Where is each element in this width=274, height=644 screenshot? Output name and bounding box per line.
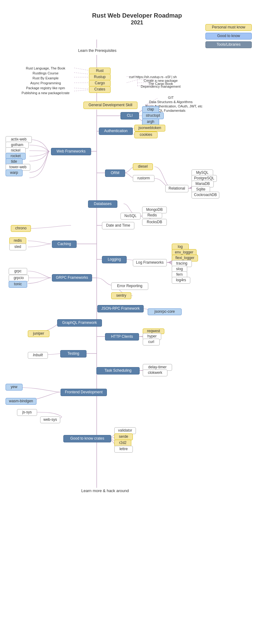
task-scheduling-node: Task Scheduling <box>96 367 140 374</box>
graphql-node: GraphQL Framework <box>57 319 102 327</box>
async-label: Async Programming <box>19 81 73 86</box>
legend-personal: Personal must know <box>205 24 252 31</box>
grpc-frameworks-node: GRPC Frameworks <box>52 274 92 282</box>
logging-node: Logging <box>102 256 127 263</box>
rust-node: Rust <box>89 68 111 74</box>
r2d2-node: r2d2 <box>114 440 131 446</box>
publishing-label: Publishing a new package/crate <box>19 90 73 95</box>
grpc-node: grpc <box>9 268 27 275</box>
clokwerk-node: clokwerk <box>143 370 167 376</box>
pkg-registry-label: Package registry like npm <box>19 86 73 90</box>
error-reporting-node: Error Reporting <box>111 282 148 290</box>
redis-node: redis <box>9 237 26 244</box>
nosql-node: NoSQL <box>120 213 141 220</box>
jsonrpc-core-node: jsonrpc-core <box>148 308 182 315</box>
learn-more-label: Learn more & hack around <box>74 488 136 494</box>
argh-node: argh <box>142 119 159 125</box>
svg-line-17 <box>74 88 89 89</box>
rustup-node: Rustup <box>89 74 111 81</box>
crates-node: Crates <box>89 86 111 93</box>
rust-lang-book-label: Rust Language, The Book <box>19 66 73 71</box>
validator-node: validator <box>114 427 136 434</box>
http-clients-node: HTTP Clients <box>105 333 139 341</box>
grpcio-node: grpcio <box>9 275 29 282</box>
structopt-node: structopt <box>142 112 164 119</box>
jsonwebtoken-node: jsonwebtoken <box>134 125 165 132</box>
general-dev-node: General Development Skill <box>83 102 137 109</box>
cargo-node: Cargo <box>89 80 111 87</box>
wasm-bindgen-node: wasm-bindgen <box>6 398 36 405</box>
auth-node: Authentication <box>99 128 133 135</box>
svg-line-8 <box>74 73 89 74</box>
testing-node: Testing <box>60 350 86 358</box>
cli-node: CLI <box>120 112 139 119</box>
js-sys-node: js-sys <box>17 409 37 416</box>
frontend-node: Frontend Development <box>61 389 107 396</box>
mongodb-node: MongoDB <box>142 207 167 213</box>
warp-node: warp <box>6 169 23 176</box>
page-title: Rust Web Developer Roadmap <box>56 11 218 20</box>
serde-node: serde <box>114 433 133 440</box>
good-crates-node: Good to know crates <box>63 435 111 442</box>
inbuilt-node: Inbuilt <box>28 352 48 359</box>
cargo-deps: Dependency management <box>136 84 185 89</box>
log-frameworks-node: Log Frameworks <box>133 259 167 266</box>
yew-node: yew <box>6 384 23 391</box>
tonic-node: tonic <box>9 281 27 288</box>
databases-node: Databases <box>88 200 117 208</box>
relational-node: Relational <box>165 185 188 192</box>
cookies-node: cookies <box>134 132 158 138</box>
page-year: 2021 <box>80 19 194 27</box>
jsonrpc-node: JSON-RPC Framework <box>97 305 144 312</box>
curl-node: curl <box>143 339 160 345</box>
sentry-node: sentry <box>111 292 131 299</box>
web-frameworks-node: Web Frameworks <box>51 148 91 155</box>
caching-node: Caching <box>52 240 77 248</box>
rust-example-label: Rust By Example <box>19 76 73 81</box>
legend-good: Good to know <box>205 33 252 40</box>
diesel-node: diesel <box>133 163 153 170</box>
datetime-node: Date and Time <box>102 222 134 229</box>
svg-line-7 <box>74 68 89 70</box>
lettre-node: lettre <box>114 446 133 453</box>
clap-node: clap <box>142 106 159 113</box>
juniper-node: juniper <box>28 330 49 337</box>
rustorm-node: rustorm <box>133 175 154 182</box>
web-sys-node: web-sys <box>40 416 60 423</box>
chrono-node: chrono <box>11 225 31 232</box>
svg-line-18 <box>74 90 89 91</box>
rustlings-label: Rustlings Course <box>19 71 73 76</box>
prerequisites-label: Learn the Prerequisites <box>71 48 124 54</box>
legend-tools: Tools/Libraries <box>205 41 252 48</box>
redis-db-node: Redis <box>142 213 162 218</box>
orm-node: ORM <box>105 169 125 177</box>
sled-node: sled <box>9 244 26 250</box>
rocksdb-node: RocksDB <box>142 219 167 226</box>
cockroachdb-node: CockroachDB <box>192 192 219 199</box>
log4rs-node: log4rs <box>172 277 190 284</box>
